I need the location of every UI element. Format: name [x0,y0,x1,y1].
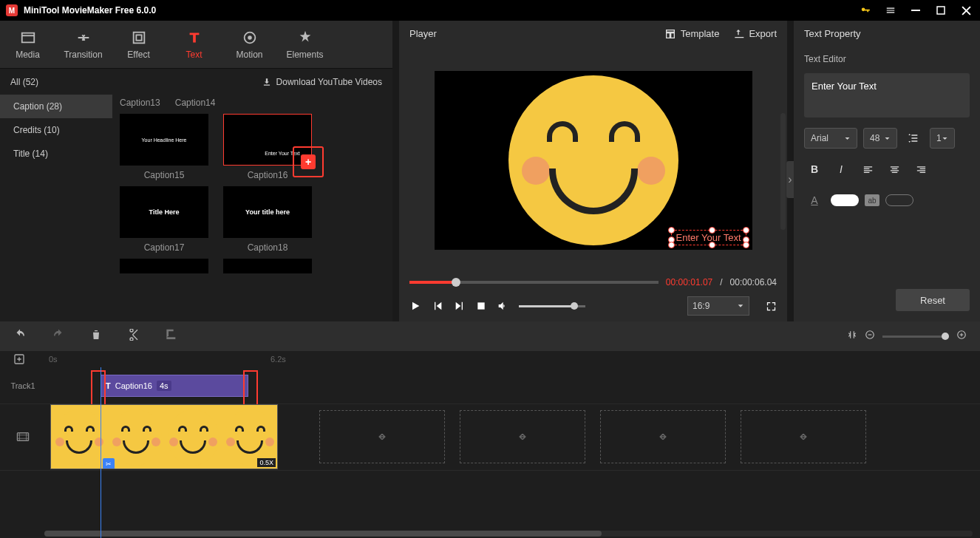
timeline-panel: 0s 6.2s Track1 TCaption16 4s [0,321,980,538]
scissors-icon[interactable]: ✂ [103,458,115,469]
player-panel: Player Template Export Enter Your Text [399,21,787,321]
playhead[interactable] [101,367,101,538]
drop-zone[interactable] [460,410,585,463]
category-all[interactable]: All (52) [10,77,38,87]
drop-zone[interactable] [319,410,445,463]
tab-elements[interactable]: Elements [277,21,333,69]
volume-icon[interactable] [497,300,508,312]
time-total: 00:00:06.04 [730,277,777,287]
svg-rect-3 [136,35,141,40]
player-title: Player [409,28,437,39]
key-icon[interactable] [857,2,874,18]
delete-button[interactable] [90,329,102,344]
caption-clip[interactable]: TCaption16 4s [101,375,248,397]
text-editor-label: Text Editor [794,47,980,64]
maximize-button[interactable] [933,2,949,18]
fullscreen-button[interactable] [766,301,777,312]
highlight-color-chip[interactable] [885,194,913,206]
play-button[interactable] [409,300,421,312]
ruler-6s: 6.2s [270,355,286,364]
video-track-icon [0,430,46,445]
timeline-scrollbar[interactable] [44,531,973,537]
split-button[interactable] [127,329,139,344]
align-center-button[interactable] [884,159,905,180]
tab-text[interactable]: Text [166,21,222,69]
undo-button[interactable] [13,328,27,344]
close-button[interactable] [958,2,974,18]
template-button[interactable]: Template [664,28,720,40]
caption-grid: Caption13 Caption14 Your Headline Here C… [112,95,392,321]
preview-scrollbar[interactable] [780,113,786,230]
ruler-0s: 0s [49,355,58,364]
bold-button[interactable]: B [804,159,825,180]
progress-bar[interactable] [409,281,659,284]
next-frame-button[interactable] [454,300,466,312]
tab-motion[interactable]: Motion [222,21,277,69]
align-right-button[interactable] [911,159,931,180]
text-input[interactable]: Enter Your Text [804,73,970,118]
zoom-in-button[interactable] [956,330,967,343]
font-size-select[interactable]: 48 [863,128,897,149]
tab-media[interactable]: Media [0,21,55,69]
reset-button[interactable]: Reset [896,289,970,311]
stop-button[interactable] [476,301,486,311]
svg-rect-1 [937,7,945,14]
text-color-chip[interactable] [831,194,859,206]
minimize-button[interactable] [908,2,924,18]
track1-label: Track1 [0,381,46,390]
category-title[interactable]: Title (14) [0,142,112,166]
caption15-thumb[interactable]: Your Headline Here [120,114,208,166]
svg-point-5 [248,35,252,40]
main-tabs: Media Transition Effect Text Motion Elem… [0,21,392,69]
drop-zone[interactable] [600,410,726,463]
zoom-slider[interactable] [882,336,949,338]
text-property-title: Text Property [794,21,980,47]
thumb-label: Caption13 [120,98,160,108]
add-track-icon[interactable] [13,353,25,367]
category-credits[interactable]: Credits (10) [0,118,112,142]
emoji-image [508,75,678,245]
preview-area: Enter Your Text [399,47,787,274]
line-spacing-icon[interactable] [903,128,924,149]
video-clip[interactable]: 0.5X ✂ [50,404,278,469]
align-left-button[interactable] [857,159,878,180]
prev-frame-button[interactable] [432,300,443,312]
drop-zone[interactable] [741,410,866,463]
timeline-ruler[interactable]: 0s 6.2s [0,351,980,367]
app-logo-icon: M [6,4,18,16]
title-bar: M MiniTool MovieMaker Free 6.0.0 [0,0,980,21]
text-track: Track1 TCaption16 4s [0,367,980,404]
export-button[interactable]: Export [732,28,777,40]
category-caption[interactable]: Caption (28) [0,95,112,118]
tab-transition[interactable]: Transition [55,21,111,69]
zoom-out-button[interactable] [865,330,875,343]
volume-slider[interactable] [519,305,585,307]
redo-button[interactable] [52,328,65,344]
download-youtube-link[interactable]: Download YouTube Videos [262,77,382,87]
italic-button[interactable]: I [831,159,851,180]
line-spacing-select[interactable]: 1 [930,128,955,149]
app-title: MiniTool MovieMaker Free 6.0.0 [24,5,156,16]
highlight-icon: ab [865,194,879,206]
text-overlay[interactable]: Enter Your Text [671,230,746,245]
preview-canvas[interactable]: Enter Your Text [435,71,752,250]
panel-expand-icon[interactable]: › [786,161,794,198]
fit-timeline-icon[interactable] [847,330,857,343]
text-property-panel: › Text Property Text Editor Enter Your T… [794,21,980,321]
crop-button[interactable] [164,329,176,344]
menu-icon[interactable] [882,2,899,18]
caption-thumb[interactable] [223,259,312,273]
caption17-thumb[interactable]: Title Here [120,186,208,238]
tab-effect[interactable]: Effect [111,21,166,69]
caption16-thumb[interactable]: Enter Your Text + [223,114,312,166]
thumb-label: Caption17 [144,242,185,253]
caption18-thumb[interactable]: Your title here [223,186,312,238]
video-track: 0.5X ✂ [0,404,980,471]
caption-thumb[interactable] [120,259,208,273]
font-select[interactable]: Arial [804,128,857,149]
category-list: Caption (28) Credits (10) Title (14) [0,95,112,321]
time-current: 00:00:01.07 [666,277,712,287]
svg-rect-10 [18,432,29,440]
aspect-ratio-select[interactable]: 16:9 [687,296,749,316]
text-color-icon: A [804,190,825,211]
